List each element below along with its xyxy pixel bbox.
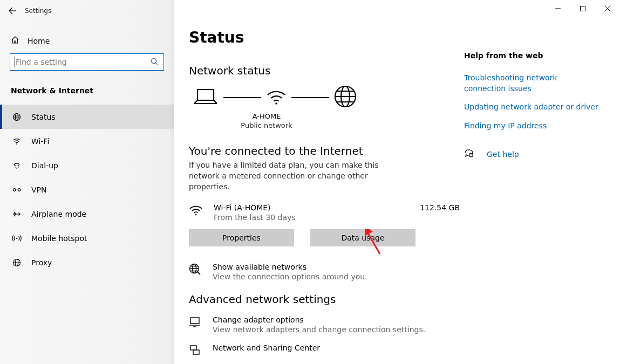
option-sub: View network adapters and change connect… xyxy=(213,325,425,334)
svg-rect-30 xyxy=(190,318,199,324)
nav-label: Dial-up xyxy=(31,161,58,170)
sidebar-item-dialup[interactable]: Dial-up xyxy=(0,153,174,177)
search-icon xyxy=(146,58,162,67)
sidebar-item-airplane[interactable]: Airplane mode xyxy=(0,202,174,226)
sidebar-item-vpn[interactable]: VPN xyxy=(0,177,174,202)
diagram-ssid: A-HOME xyxy=(189,112,344,121)
sidebar-item-status[interactable]: Status xyxy=(0,105,174,129)
connected-heading: You're connected to the Internet xyxy=(189,145,464,157)
app-title: Settings xyxy=(25,7,51,15)
option-title: Network and Sharing Center xyxy=(213,344,320,352)
svg-rect-21 xyxy=(197,90,214,100)
globe-icon xyxy=(12,113,22,121)
svg-line-6 xyxy=(156,63,158,65)
sidebar-item-wifi[interactable]: Wi-Fi xyxy=(0,129,174,153)
svg-rect-33 xyxy=(190,346,196,350)
svg-point-13 xyxy=(16,168,17,169)
get-help-label: Get help xyxy=(487,150,519,159)
network-diagram xyxy=(189,85,464,110)
search-input[interactable] xyxy=(15,57,146,67)
data-amount: 112.54 GB xyxy=(420,203,460,212)
svg-point-10 xyxy=(16,143,17,145)
nav-label: Mobile hotspot xyxy=(31,234,87,243)
network-status-heading: Network status xyxy=(189,64,464,77)
nav-label: Airplane mode xyxy=(31,210,86,218)
minimize-button[interactable] xyxy=(546,0,570,17)
nav-label: Status xyxy=(31,113,56,121)
network-sharing-center[interactable]: Network and Sharing Center xyxy=(189,344,464,358)
svg-point-17 xyxy=(16,237,18,239)
option-title: Show available networks xyxy=(213,263,367,271)
text-caret xyxy=(15,57,15,67)
svg-point-26 xyxy=(195,214,197,215)
adapter-from: From the last 30 days xyxy=(214,213,420,222)
svg-point-22 xyxy=(275,102,277,105)
adapter-name: Wi-Fi (A-HOME) xyxy=(214,203,420,212)
svg-point-14 xyxy=(13,188,16,191)
help-heading: Help from the web xyxy=(464,51,599,60)
wifi-icon xyxy=(12,137,22,146)
wifi-large-icon xyxy=(265,87,287,107)
help-link-troubleshoot[interactable]: Troubleshooting network connection issue… xyxy=(464,73,599,94)
help-link-find-ip[interactable]: Finding my IP address xyxy=(464,121,599,132)
properties-button[interactable]: Properties xyxy=(189,229,294,246)
svg-point-5 xyxy=(152,58,156,63)
vpn-icon xyxy=(12,186,22,194)
nav-label: Wi-Fi xyxy=(31,137,49,146)
dialup-icon xyxy=(12,161,22,170)
back-icon[interactable] xyxy=(8,6,17,16)
help-link-update-driver[interactable]: Updating network adapter or driver xyxy=(464,102,599,113)
laptop-icon xyxy=(192,87,219,107)
close-button[interactable] xyxy=(595,0,620,17)
page-title: Status xyxy=(189,29,464,46)
home-icon xyxy=(11,36,19,46)
maximize-button[interactable] xyxy=(570,0,595,17)
section-label: Network & Internet xyxy=(11,86,174,95)
nav-label: VPN xyxy=(31,186,47,194)
option-title: Change adapter options xyxy=(213,315,425,324)
change-adapter-options[interactable]: Change adapter options View network adap… xyxy=(189,315,464,334)
hotspot-icon xyxy=(12,234,22,243)
networks-globe-icon xyxy=(189,263,202,277)
nav-label: Proxy xyxy=(31,258,52,267)
show-available-networks[interactable]: Show available networks View the connect… xyxy=(189,263,464,281)
get-help-link[interactable]: ? Get help xyxy=(464,148,599,160)
adapter-wifi-icon xyxy=(189,204,202,218)
help-panel: Help from the web Troubleshooting networ… xyxy=(464,51,599,160)
sidebar-item-hotspot[interactable]: Mobile hotspot xyxy=(0,226,174,250)
proxy-icon xyxy=(12,258,22,267)
svg-rect-1 xyxy=(581,6,585,11)
sidebar: Settings Home Network & Internet xyxy=(0,0,174,364)
globe-large-icon xyxy=(333,85,357,110)
sidebar-item-home[interactable]: Home xyxy=(11,36,174,46)
main-content: Status Network status xyxy=(174,0,620,364)
svg-point-15 xyxy=(18,188,21,191)
connected-description: If you have a limited data plan, you can… xyxy=(189,160,399,193)
adapter-icon xyxy=(189,316,202,329)
sharing-icon xyxy=(189,344,202,358)
svg-rect-34 xyxy=(193,350,199,354)
sidebar-item-proxy[interactable]: Proxy xyxy=(0,250,174,274)
svg-point-12 xyxy=(18,167,19,168)
svg-point-11 xyxy=(15,167,16,168)
diagram-nettype: Public network xyxy=(189,121,344,131)
home-label: Home xyxy=(28,37,50,45)
airplane-icon xyxy=(12,210,22,218)
advanced-heading: Advanced network settings xyxy=(189,293,464,306)
chat-icon: ? xyxy=(464,148,474,160)
search-input-container[interactable] xyxy=(10,53,164,71)
data-usage-button[interactable]: Data usage xyxy=(310,229,415,246)
option-sub: View the connection options around you. xyxy=(213,272,367,281)
